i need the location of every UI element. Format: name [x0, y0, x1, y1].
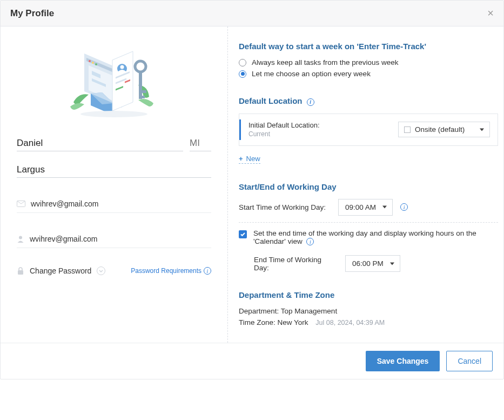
info-icon[interactable]: i	[400, 203, 408, 211]
cancel-button[interactable]: Cancel	[446, 351, 493, 371]
middle-initial-field[interactable]	[190, 135, 211, 151]
svg-point-4	[95, 63, 97, 65]
page-title: My Profile	[10, 8, 54, 19]
svg-point-3	[92, 62, 94, 64]
start-week-heading: Default way to start a week on 'Enter Ti…	[239, 42, 498, 51]
modal-header: My Profile ×	[1, 1, 503, 26]
dept-tz-heading: Department & Time Zone	[239, 290, 498, 299]
info-icon: i	[204, 267, 211, 275]
save-button[interactable]: Save Changes	[366, 351, 440, 371]
department-row: Department: Top Management	[239, 307, 498, 315]
svg-point-18	[135, 61, 146, 72]
svg-rect-25	[18, 270, 23, 275]
add-location-link[interactable]: + New	[239, 155, 260, 164]
location-color-icon	[404, 126, 411, 133]
svg-rect-20	[139, 90, 146, 93]
my-profile-modal: My Profile ×	[0, 0, 504, 379]
username-row: wvihrev@gmail.com	[17, 229, 211, 248]
radio-choose-weekly[interactable]: Let me choose an option every week	[239, 70, 498, 78]
current-location-label: Current	[248, 130, 398, 138]
set-end-time-label: Set the end time of the working day and …	[253, 229, 498, 246]
radio-icon	[239, 59, 246, 66]
working-day-heading: Start/End of Working Day	[239, 182, 498, 191]
info-icon[interactable]: i	[307, 98, 314, 106]
svg-rect-21	[139, 96, 145, 98]
radio-icon	[239, 70, 246, 78]
location-card: Initial Default Location: Current Onsite…	[239, 114, 498, 146]
last-name-field[interactable]	[17, 161, 211, 178]
change-password-link[interactable]: Change Password	[30, 266, 91, 275]
initial-location-label: Initial Default Location:	[248, 121, 398, 129]
info-icon[interactable]: i	[306, 238, 314, 245]
email-value: wvihrev@gmail.com	[31, 199, 98, 208]
email-row: wvihrev@gmail.com	[17, 194, 211, 213]
left-panel: wvihrev@gmail.com wvihrev@gmail.com Chan…	[1, 26, 227, 343]
timezone-timestamp: Jul 08, 2024, 04:39 AM	[315, 319, 385, 326]
close-icon[interactable]: ×	[483, 5, 498, 22]
password-requirements-link[interactable]: Password Requirements i	[131, 267, 211, 275]
set-end-time-checkbox[interactable]	[239, 230, 247, 238]
default-location-heading: Default Location i	[239, 96, 498, 106]
end-time-label: End Time of Working Day:	[254, 256, 338, 272]
expand-password-icon[interactable]	[97, 266, 105, 275]
end-time-dropdown[interactable]: 06:00 PM	[345, 255, 400, 272]
right-panel: Default way to start a week on 'Enter Ti…	[227, 26, 503, 343]
profile-illustration	[17, 37, 211, 135]
svg-point-22	[80, 111, 147, 117]
lock-icon	[17, 267, 24, 275]
modal-footer: Save Changes Cancel	[1, 343, 503, 379]
location-dropdown[interactable]: Onsite (default)	[398, 122, 490, 137]
radio-keep-tasks[interactable]: Always keep all tasks from the previous …	[239, 58, 498, 66]
svg-point-13	[120, 65, 124, 69]
start-time-dropdown[interactable]: 09:00 AM	[338, 199, 393, 216]
start-time-label: Start Time of Working Day:	[239, 203, 331, 211]
svg-point-24	[19, 236, 22, 239]
username-value: wvihrev@gmail.com	[30, 235, 97, 243]
timezone-row: Time Zone: New York Jul 08, 2024, 04:39 …	[239, 318, 498, 326]
user-icon	[17, 235, 24, 243]
plus-icon: +	[239, 155, 243, 163]
first-name-field[interactable]	[17, 135, 183, 151]
svg-point-2	[89, 60, 91, 62]
mail-icon	[17, 201, 25, 207]
svg-rect-19	[139, 71, 142, 99]
